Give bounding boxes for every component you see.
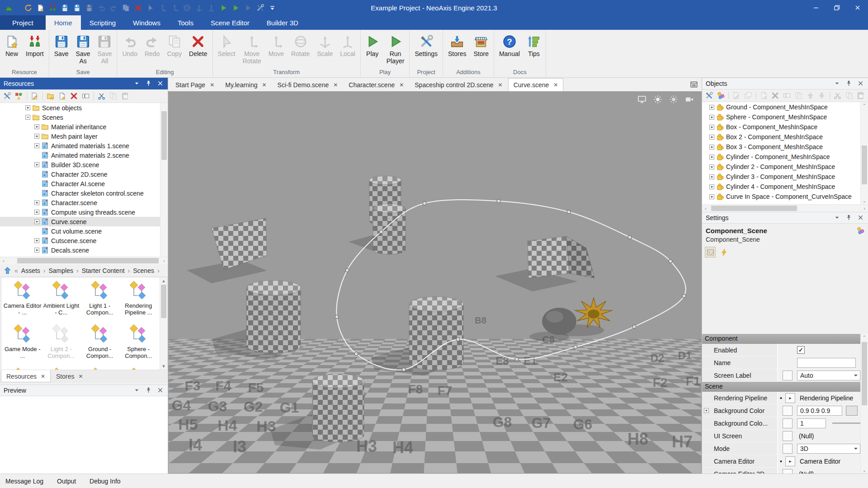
expander-icon[interactable]: +	[709, 194, 714, 199]
default-value-box[interactable]	[783, 431, 793, 441]
expander-icon[interactable]: +	[709, 115, 714, 120]
object-item-box-component-meshinspace[interactable]: +Box - Component_MeshInSpace	[702, 122, 868, 132]
rename-icon[interactable]	[82, 92, 90, 100]
default-value-box[interactable]	[783, 371, 793, 380]
close-button[interactable]	[847, 0, 868, 15]
viewport-3d[interactable]: B8C7C6C8D6D5E8E1D2D1E2F8F7F2F1F3F4F5G4G3…	[168, 91, 702, 474]
play-button[interactable]: Play	[362, 31, 383, 57]
reference-button[interactable]: ▸	[785, 393, 795, 403]
tree-item-character-ai-scene[interactable]: Character AI.scene	[0, 179, 168, 188]
select-icon[interactable]	[146, 4, 154, 12]
expander-icon[interactable]: −	[25, 115, 30, 120]
close-tab-icon[interactable]: ✕	[399, 82, 404, 88]
tile-partial[interactable]	[119, 366, 158, 370]
breadcrumb-item-starter-content[interactable]: Starter Content	[82, 267, 125, 274]
tree-item-scenes[interactable]: −Scenes	[0, 113, 168, 122]
tree-item-cut-volume-scene[interactable]: Cut volume.scene	[0, 226, 168, 236]
pin-icon[interactable]	[845, 214, 853, 221]
tile-partial[interactable]	[3, 366, 42, 370]
tree-item-animated-materials-2-scene[interactable]: Animated materials 2.scene	[0, 150, 168, 160]
tile-game-mode[interactable]: Game Mode - ...	[3, 323, 42, 366]
rotate-icon[interactable]	[183, 4, 191, 12]
vertical-scrollbar[interactable]	[160, 103, 168, 257]
expander-icon[interactable]: +	[34, 134, 39, 139]
delete-icon[interactable]	[134, 4, 142, 12]
close-tab-icon[interactable]: ✕	[498, 82, 503, 88]
menu-tab-tools[interactable]: Tools	[169, 15, 202, 30]
tile-rendering-pipeline[interactable]: Rendering Pipeline ...	[119, 279, 158, 323]
run-player-button[interactable]: Run Player	[383, 31, 408, 65]
manual-button[interactable]: ?Manual	[495, 31, 524, 57]
status-tab-output[interactable]: Output	[57, 478, 76, 485]
document-tab-my-learning[interactable]: My.learning✕	[220, 78, 272, 91]
customize-toolbar-icon[interactable]	[268, 4, 276, 12]
save-button[interactable]: Save	[51, 31, 72, 57]
tab-list-icon[interactable]	[690, 80, 698, 89]
brightness-high-icon[interactable]	[653, 95, 662, 104]
panel-tab-stores[interactable]: Stores✕	[51, 370, 89, 382]
text-input[interactable]: 0.9 0.9 0.9	[797, 406, 842, 416]
expander-icon[interactable]: +	[34, 248, 39, 253]
breadcrumb-item-samples[interactable]: Samples	[48, 267, 73, 274]
tree-item-character-scene[interactable]: +Character.scene	[0, 198, 168, 207]
expander-icon[interactable]: +	[34, 162, 39, 167]
select-by-type-icon[interactable]	[717, 92, 725, 100]
delete-icon[interactable]	[70, 92, 78, 100]
settings-icon[interactable]	[256, 4, 264, 12]
expander-icon[interactable]: +	[34, 238, 39, 243]
tile-partial[interactable]	[42, 366, 81, 370]
store-button[interactable]: Store	[470, 31, 492, 57]
navigate-up-icon[interactable]	[4, 267, 11, 274]
import-icon[interactable]	[48, 4, 57, 12]
default-value-box[interactable]	[783, 406, 793, 416]
maximize-button[interactable]	[826, 0, 847, 15]
new-folder-icon[interactable]	[47, 92, 55, 100]
scale-icon[interactable]	[195, 4, 203, 12]
import-button[interactable]: Import	[22, 31, 47, 57]
edit-icon[interactable]	[31, 92, 39, 100]
tree-item-character-skeleton-control-scene[interactable]: Character skeleton control.scene	[0, 188, 168, 198]
document-tab-curve-scene[interactable]: Curve.scene✕	[508, 78, 564, 91]
color-swatch[interactable]	[846, 406, 858, 416]
resources-horizontal-scrollbar[interactable]: ‹›	[0, 257, 168, 264]
document-tab-start-page[interactable]: Start Page✕	[170, 78, 220, 91]
move-icon[interactable]	[170, 4, 179, 12]
new-button[interactable]: New	[1, 31, 22, 57]
section-header-component[interactable]: Component	[702, 334, 868, 344]
default-value-box[interactable]	[783, 444, 793, 454]
run-player-icon[interactable]	[231, 4, 240, 12]
panel-tab-resources[interactable]: Resources✕	[1, 370, 51, 382]
local-icon[interactable]	[207, 4, 215, 12]
tile-sphere-compon[interactable]: Sphere - Compon...	[119, 323, 158, 366]
filter-by-type-icon[interactable]	[15, 92, 23, 100]
section-header-scene[interactable]: Scene	[702, 382, 868, 392]
window-position-icon[interactable]	[133, 80, 141, 87]
text-input[interactable]: 1	[797, 418, 826, 428]
expander-icon[interactable]: +	[34, 219, 39, 224]
objects-horizontal-scrollbar[interactable]: ‹›	[702, 204, 868, 212]
neoaxis-logo-icon[interactable]	[5, 4, 13, 12]
new-icon[interactable]	[36, 4, 44, 12]
close-tab-icon[interactable]: ✕	[78, 373, 83, 380]
undo-icon[interactable]	[97, 4, 105, 12]
expander-icon[interactable]: +	[34, 143, 39, 148]
status-tab-debug-info[interactable]: Debug Info	[90, 478, 121, 485]
tree-item-decals-scene[interactable]: +Decals.scene	[0, 245, 168, 255]
settings-button[interactable]: Settings	[411, 31, 441, 57]
object-item-cylinder-4-component-meshinspace[interactable]: +Cylinder 4 - Component_MeshInSpace	[702, 182, 868, 192]
reference-button[interactable]: ▸	[785, 456, 795, 466]
tree-item-animated-materials-1-scene[interactable]: +Animated materials 1.scene	[0, 141, 168, 150]
menu-tab-home[interactable]: Home	[46, 15, 81, 30]
pin-icon[interactable]	[145, 387, 152, 394]
move-rotate-icon[interactable]	[158, 4, 166, 12]
menu-tab-windows[interactable]: Windows	[124, 15, 169, 30]
close-icon[interactable]	[857, 80, 864, 87]
tile-light-1-compon[interactable]: Light 1 - Compon...	[80, 279, 119, 323]
sync-icon[interactable]	[24, 4, 32, 12]
pin-icon[interactable]	[845, 80, 853, 87]
menu-tab-scene-editor[interactable]: Scene Editor	[202, 15, 258, 30]
tips-button[interactable]: Tips	[524, 31, 544, 57]
save-icon[interactable]	[61, 4, 69, 12]
close-tab-icon[interactable]: ✕	[553, 82, 558, 88]
expander-icon[interactable]: +	[25, 105, 30, 110]
